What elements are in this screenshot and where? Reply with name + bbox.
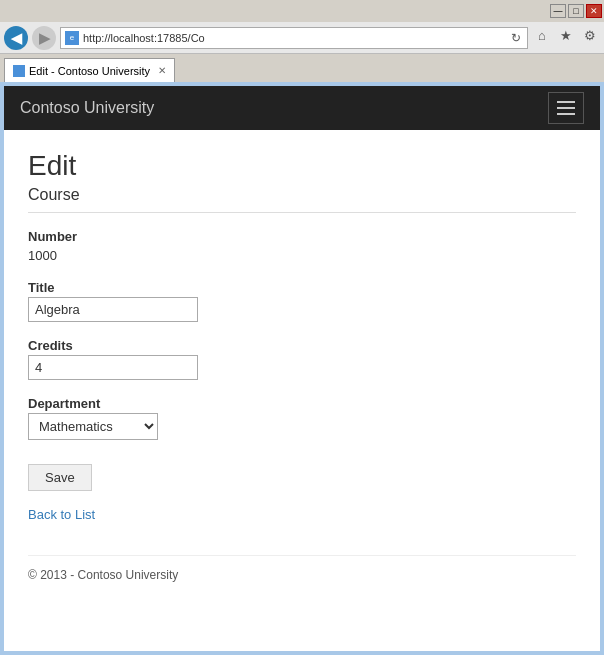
minimize-button[interactable]: — [550, 4, 566, 18]
back-to-list-link[interactable]: Back to List [28, 507, 95, 522]
settings-icon[interactable]: ⚙ [580, 26, 600, 46]
tab-close-button[interactable]: ✕ [158, 65, 166, 76]
app-brand: Contoso University [20, 99, 154, 117]
credits-group: Credits [28, 338, 576, 380]
department-label: Department [28, 396, 576, 411]
number-label: Number [28, 229, 576, 244]
edit-form: Number 1000 Title Credits Department [28, 229, 576, 523]
number-value: 1000 [28, 248, 57, 263]
home-icon[interactable]: ⌂ [532, 26, 552, 46]
tab-bar: Edit - Contoso University ✕ [0, 54, 604, 82]
tab-title: Edit - Contoso University [29, 65, 150, 77]
app-navbar: Contoso University [4, 86, 600, 130]
tab-favicon [13, 65, 25, 77]
favicon: e [65, 31, 79, 45]
browser-window: — □ ✕ ◀ ▶ e http://localhost:17885/Co ↻ … [0, 0, 604, 655]
hamburger-line-3 [557, 113, 575, 115]
refresh-button[interactable]: ↻ [509, 31, 523, 45]
number-group: Number 1000 [28, 229, 576, 264]
department-group: Department Mathematics English Economics… [28, 396, 576, 440]
toolbar-icons: ⌂ ★ ⚙ [532, 26, 600, 50]
browser-content: Contoso University Edit Course Number 10… [0, 82, 604, 655]
footer: © 2013 - Contoso University [28, 555, 576, 582]
footer-text: © 2013 - Contoso University [28, 568, 178, 582]
page-content: Edit Course Number 1000 Title Credits [4, 130, 600, 651]
title-label: Title [28, 280, 576, 295]
credits-input[interactable] [28, 355, 198, 380]
hamburger-line-2 [557, 107, 575, 109]
address-bar: ◀ ▶ e http://localhost:17885/Co ↻ ⌂ ★ ⚙ [0, 22, 604, 54]
address-text: http://localhost:17885/Co [83, 32, 505, 44]
content-wrapper: Contoso University Edit Course Number 10… [4, 86, 600, 651]
department-select[interactable]: Mathematics English Economics Engineerin… [28, 413, 158, 440]
restore-button[interactable]: □ [568, 4, 584, 18]
title-bar: — □ ✕ [0, 0, 604, 22]
forward-button[interactable]: ▶ [32, 26, 56, 50]
hamburger-line-1 [557, 101, 575, 103]
back-button[interactable]: ◀ [4, 26, 28, 50]
close-button[interactable]: ✕ [586, 4, 602, 18]
active-tab[interactable]: Edit - Contoso University ✕ [4, 58, 175, 82]
title-group: Title [28, 280, 576, 322]
save-button[interactable]: Save [28, 464, 92, 491]
address-field[interactable]: e http://localhost:17885/Co ↻ [60, 27, 528, 49]
star-icon[interactable]: ★ [556, 26, 576, 46]
credits-label: Credits [28, 338, 576, 353]
hamburger-menu[interactable] [548, 92, 584, 124]
page-heading: Edit [28, 150, 576, 182]
page-subheading: Course [28, 186, 576, 213]
title-input[interactable] [28, 297, 198, 322]
